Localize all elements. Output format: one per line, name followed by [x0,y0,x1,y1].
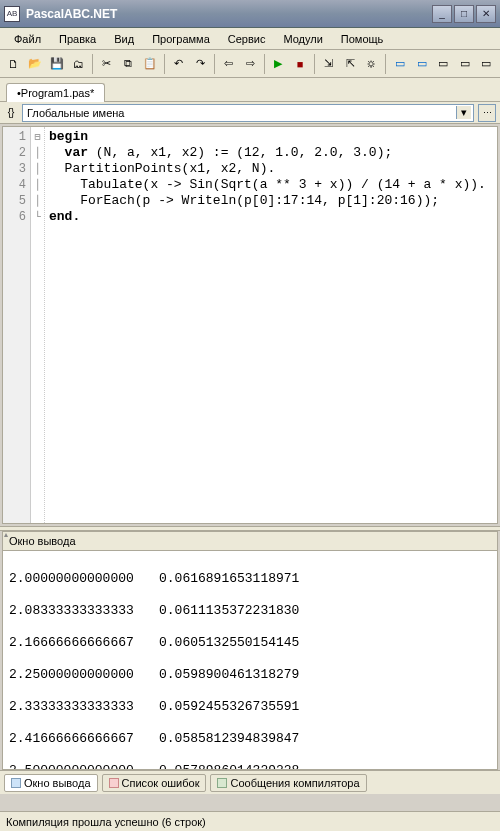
code-editor[interactable]: 1 2 3 4 5 6 ⊟ │ │ │ │ └ begin var (N, a,… [2,126,498,524]
output-row: 2.083333333333330.0611135372231830 [9,603,491,619]
window-title: PascalABC.NET [26,7,117,21]
line-number: 6 [3,209,26,225]
form-button-4[interactable]: ▭ [455,53,475,75]
minimize-button[interactable]: _ [432,5,452,23]
run-button[interactable]: ▶ [269,53,289,75]
scope-extra-button[interactable]: ⋯ [478,104,496,122]
app-icon: AB [4,6,20,22]
toolbar-separator [92,54,93,74]
toolbar-separator [385,54,386,74]
braces-icon: {} [4,106,18,120]
save-file-button[interactable]: 💾 [47,53,67,75]
titlebar: AB PascalABC.NET _ □ ✕ [0,0,500,28]
fold-toggle[interactable]: ⊟ [31,129,44,145]
nav-fwd-button[interactable]: ⇨ [240,53,260,75]
splitter-handle-icon: ▴ [0,530,8,539]
line-number: 2 [3,145,26,161]
redo-button[interactable]: ↷ [190,53,210,75]
line-gutter: 1 2 3 4 5 6 [3,127,31,523]
output-row: 2.416666666666670.0585812394839847 [9,731,491,747]
status-text: Компиляция прошла успешно (6 строк) [6,816,206,828]
line-number: 4 [3,177,26,193]
tab-output[interactable]: Окно вывода [4,774,98,792]
line-number: 1 [3,129,26,145]
messages-icon [217,778,227,788]
form-button-2[interactable]: ▭ [412,53,432,75]
output-row: 2.000000000000000.0616891653118971 [9,571,491,587]
tab-messages[interactable]: Сообщения компилятора [210,774,366,792]
form-button-3[interactable]: ▭ [433,53,453,75]
tab-output-label: Окно вывода [24,777,91,789]
toolbar-separator [214,54,215,74]
toolbar-separator [264,54,265,74]
form-button-5[interactable]: ▭ [477,53,497,75]
errors-icon [109,778,119,788]
undo-button[interactable]: ↶ [169,53,189,75]
code-line: begin [49,129,88,144]
bottom-tabbar: Окно вывода Список ошибок Сообщения комп… [0,770,500,794]
code-line: Tabulate(x -> Sin(Sqrt(a ** 3 + x)) / (1… [49,177,486,192]
code-line: var (N, a, x1, x2) := (12, 1.0, 2.0, 3.0… [49,145,392,160]
output-row: 2.333333333333330.0592455326735591 [9,699,491,715]
toolbar-separator [164,54,165,74]
fold-line: │ [31,177,44,193]
tab-errors-label: Список ошибок [122,777,200,789]
menu-program[interactable]: Программа [144,31,218,47]
output-row: 2.250000000000000.0598900461318279 [9,667,491,683]
tab-program1[interactable]: •Program1.pas* [6,83,105,102]
output-title: Окно вывода [3,532,497,551]
compile-button[interactable]: ⛭ [362,53,382,75]
menu-modules[interactable]: Модули [275,31,330,47]
maximize-button[interactable]: □ [454,5,474,23]
output-panel: Окно вывода 2.000000000000000.0616891653… [2,531,498,770]
output-row: 2.166666666666670.0605132550154145 [9,635,491,651]
step-into-button[interactable]: ⇲ [319,53,339,75]
copy-button[interactable]: ⧉ [119,53,139,75]
line-number: 5 [3,193,26,209]
scope-selected: Глобальные имена [27,107,125,119]
save-all-button[interactable]: 🗂 [69,53,89,75]
cut-button[interactable]: ✂ [97,53,117,75]
scope-row: {} Глобальные имена ⋯ [0,102,500,124]
stop-button[interactable]: ■ [290,53,310,75]
code-line: PartitionPoints(x1, x2, N). [49,161,275,176]
open-file-button[interactable]: 📂 [26,53,46,75]
fold-line: │ [31,193,44,209]
output-icon [11,778,21,788]
statusbar: Компиляция прошла успешно (6 строк) [0,811,500,831]
form-button-1[interactable]: ▭ [390,53,410,75]
output-body[interactable]: 2.000000000000000.0616891653118971 2.083… [3,551,497,769]
close-button[interactable]: ✕ [476,5,496,23]
menu-edit[interactable]: Правка [51,31,104,47]
code-line: end. [49,209,80,224]
menu-file[interactable]: Файл [6,31,49,47]
line-number: 3 [3,161,26,177]
scope-dropdown[interactable]: Глобальные имена [22,104,474,122]
editor-tabbar: •Program1.pas* [0,78,500,102]
fold-column: ⊟ │ │ │ │ └ [31,127,45,523]
tab-errors[interactable]: Список ошибок [102,774,207,792]
fold-line: │ [31,161,44,177]
menu-service[interactable]: Сервис [220,31,274,47]
step-over-button[interactable]: ⇱ [340,53,360,75]
tab-messages-label: Сообщения компилятора [230,777,359,789]
fold-line: │ [31,145,44,161]
code-area[interactable]: begin var (N, a, x1, x2) := (12, 1.0, 2.… [45,127,497,523]
fold-end: └ [31,209,44,225]
menu-view[interactable]: Вид [106,31,142,47]
menubar: Файл Правка Вид Программа Сервис Модули … [0,28,500,50]
nav-back-button[interactable]: ⇦ [219,53,239,75]
toolbar-separator [314,54,315,74]
output-row: 2.500000000000000.0578986014329228 [9,763,491,769]
new-file-button[interactable]: 🗋 [4,53,24,75]
paste-button[interactable]: 📋 [140,53,160,75]
code-line: ForEach(p -> Writeln(p[0]:17:14, p[1]:20… [49,193,439,208]
toolbar: 🗋 📂 💾 🗂 ✂ ⧉ 📋 ↶ ↷ ⇦ ⇨ ▶ ■ ⇲ ⇱ ⛭ ▭ ▭ ▭ ▭ … [0,50,500,78]
menu-help[interactable]: Помощь [333,31,392,47]
